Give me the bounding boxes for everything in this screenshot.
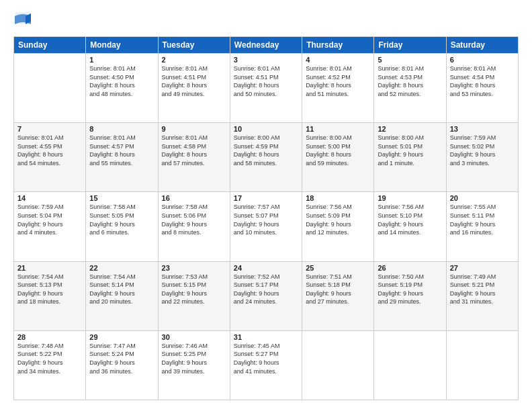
calendar-cell: 12Sunrise: 8:00 AMSunset: 5:01 PMDayligh… [374,123,446,192]
calendar-cell: 7Sunrise: 8:01 AMSunset: 4:55 PMDaylight… [14,123,86,192]
day-number: 17 [234,194,298,202]
day-number: 22 [89,264,154,272]
day-number: 24 [234,264,298,272]
day-of-week-header: Monday [86,37,158,54]
calendar-cell: 13Sunrise: 7:59 AMSunset: 5:02 PMDayligh… [446,123,518,192]
calendar-cell: 9Sunrise: 8:01 AMSunset: 4:58 PMDaylight… [158,123,230,192]
day-number: 5 [378,56,442,64]
calendar-cell: 11Sunrise: 8:00 AMSunset: 5:00 PMDayligh… [302,123,374,192]
calendar-cell: 18Sunrise: 7:56 AMSunset: 5:09 PMDayligh… [302,192,374,261]
day-of-week-header: Saturday [446,37,518,54]
calendar-cell: 3Sunrise: 8:01 AMSunset: 4:51 PMDaylight… [230,54,302,123]
calendar-cell: 30Sunrise: 7:46 AMSunset: 5:25 PMDayligh… [158,330,230,400]
day-info: Sunrise: 7:56 AMSunset: 5:10 PMDaylight:… [378,203,442,236]
day-number: 16 [162,194,226,202]
calendar-cell: 4Sunrise: 8:01 AMSunset: 4:52 PMDaylight… [302,54,374,123]
day-number: 7 [17,125,82,133]
calendar-cell: 1Sunrise: 8:01 AMSunset: 4:50 PMDaylight… [86,54,158,123]
day-info: Sunrise: 7:53 AMSunset: 5:15 PMDaylight:… [162,273,226,306]
day-info: Sunrise: 8:00 AMSunset: 4:59 PMDaylight:… [234,134,298,167]
calendar-cell: 10Sunrise: 8:00 AMSunset: 4:59 PMDayligh… [230,123,302,192]
calendar-cell: 8Sunrise: 8:01 AMSunset: 4:57 PMDaylight… [86,123,158,192]
calendar-cell: 16Sunrise: 7:58 AMSunset: 5:06 PMDayligh… [158,192,230,261]
day-number: 29 [89,333,154,341]
calendar-cell: 14Sunrise: 7:59 AMSunset: 5:04 PMDayligh… [14,192,86,261]
day-info: Sunrise: 8:01 AMSunset: 4:54 PMDaylight:… [450,64,515,98]
calendar-cell: 26Sunrise: 7:50 AMSunset: 5:19 PMDayligh… [374,261,446,330]
calendar-table: SundayMondayTuesdayWednesdayThursdayFrid… [13,36,519,400]
day-info: Sunrise: 8:01 AMSunset: 4:53 PMDaylight:… [378,64,442,98]
day-number: 3 [234,56,298,64]
day-info: Sunrise: 8:01 AMSunset: 4:50 PMDaylight:… [89,64,154,98]
day-info: Sunrise: 8:00 AMSunset: 5:00 PMDaylight:… [306,134,370,167]
calendar-cell: 28Sunrise: 7:48 AMSunset: 5:22 PMDayligh… [14,330,86,400]
calendar-cell: 20Sunrise: 7:55 AMSunset: 5:11 PMDayligh… [446,192,518,261]
day-of-week-header: Wednesday [230,37,302,54]
day-info: Sunrise: 7:58 AMSunset: 5:05 PMDaylight:… [89,203,154,236]
day-of-week-header: Friday [374,37,446,54]
day-info: Sunrise: 7:52 AMSunset: 5:17 PMDaylight:… [234,273,298,306]
day-number: 11 [306,125,370,133]
day-info: Sunrise: 7:51 AMSunset: 5:18 PMDaylight:… [306,273,370,306]
day-number: 20 [450,194,515,202]
day-number: 23 [162,264,226,272]
logo [13,11,35,30]
day-info: Sunrise: 7:55 AMSunset: 5:11 PMDaylight:… [450,203,515,236]
calendar-cell: 19Sunrise: 7:56 AMSunset: 5:10 PMDayligh… [374,192,446,261]
calendar-week-row: 28Sunrise: 7:48 AMSunset: 5:22 PMDayligh… [14,330,519,400]
day-info: Sunrise: 7:56 AMSunset: 5:09 PMDaylight:… [306,203,370,236]
calendar-cell: 27Sunrise: 7:49 AMSunset: 5:21 PMDayligh… [446,261,518,330]
day-number: 28 [17,333,82,341]
day-number: 2 [162,56,226,64]
day-info: Sunrise: 7:54 AMSunset: 5:14 PMDaylight:… [89,273,154,306]
day-number: 27 [450,264,515,272]
day-number: 1 [89,56,154,64]
calendar-cell: 5Sunrise: 8:01 AMSunset: 4:53 PMDaylight… [374,54,446,123]
calendar-cell: 2Sunrise: 8:01 AMSunset: 4:51 PMDaylight… [158,54,230,123]
calendar-week-row: 21Sunrise: 7:54 AMSunset: 5:13 PMDayligh… [14,261,519,330]
day-info: Sunrise: 7:47 AMSunset: 5:24 PMDaylight:… [89,342,154,375]
calendar-cell: 23Sunrise: 7:53 AMSunset: 5:15 PMDayligh… [158,261,230,330]
day-number: 31 [234,333,298,341]
calendar-cell: 29Sunrise: 7:47 AMSunset: 5:24 PMDayligh… [86,330,158,400]
day-info: Sunrise: 7:49 AMSunset: 5:21 PMDaylight:… [450,273,515,306]
day-number: 18 [306,194,370,202]
day-info: Sunrise: 8:00 AMSunset: 5:01 PMDaylight:… [378,134,442,167]
day-number: 6 [450,56,515,64]
calendar-cell: 17Sunrise: 7:57 AMSunset: 5:07 PMDayligh… [230,192,302,261]
day-number: 30 [162,333,226,341]
calendar-cell [446,330,518,400]
calendar-cell [14,54,86,123]
calendar-week-row: 1Sunrise: 8:01 AMSunset: 4:50 PMDaylight… [14,54,519,123]
day-info: Sunrise: 7:54 AMSunset: 5:13 PMDaylight:… [17,273,82,306]
day-number: 26 [378,264,442,272]
day-number: 9 [162,125,226,133]
calendar-cell: 15Sunrise: 7:58 AMSunset: 5:05 PMDayligh… [86,192,158,261]
day-of-week-header: Tuesday [158,37,230,54]
day-number: 14 [17,194,82,202]
calendar-week-row: 7Sunrise: 8:01 AMSunset: 4:55 PMDaylight… [14,123,519,192]
calendar-week-row: 14Sunrise: 7:59 AMSunset: 5:04 PMDayligh… [14,192,519,261]
day-info: Sunrise: 7:58 AMSunset: 5:06 PMDaylight:… [162,203,226,236]
calendar-cell: 25Sunrise: 7:51 AMSunset: 5:18 PMDayligh… [302,261,374,330]
day-number: 19 [378,194,442,202]
day-info: Sunrise: 7:50 AMSunset: 5:19 PMDaylight:… [378,273,442,306]
day-number: 12 [378,125,442,133]
day-info: Sunrise: 8:01 AMSunset: 4:58 PMDaylight:… [162,134,226,167]
day-info: Sunrise: 7:57 AMSunset: 5:07 PMDaylight:… [234,203,298,236]
day-info: Sunrise: 7:48 AMSunset: 5:22 PMDaylight:… [17,342,82,375]
day-of-week-header: Thursday [302,37,374,54]
page: SundayMondayTuesdayWednesdayThursdayFrid… [0,0,532,411]
day-info: Sunrise: 8:01 AMSunset: 4:55 PMDaylight:… [17,134,82,167]
calendar-cell [374,330,446,400]
calendar-cell: 24Sunrise: 7:52 AMSunset: 5:17 PMDayligh… [230,261,302,330]
calendar-cell: 31Sunrise: 7:45 AMSunset: 5:27 PMDayligh… [230,330,302,400]
day-number: 13 [450,125,515,133]
day-number: 10 [234,125,298,133]
logo-icon [13,11,32,30]
day-info: Sunrise: 8:01 AMSunset: 4:51 PMDaylight:… [162,64,226,98]
day-info: Sunrise: 7:59 AMSunset: 5:04 PMDaylight:… [17,203,82,236]
calendar-header-row: SundayMondayTuesdayWednesdayThursdayFrid… [14,37,519,54]
day-number: 15 [89,194,154,202]
day-info: Sunrise: 7:45 AMSunset: 5:27 PMDaylight:… [234,342,298,375]
